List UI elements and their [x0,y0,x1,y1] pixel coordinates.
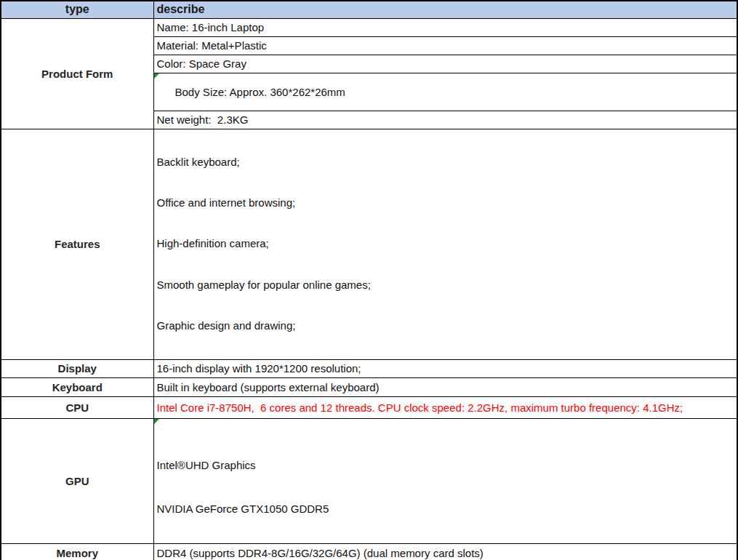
column-header-type: type [1,1,153,18]
row-label-memory: Memory [1,543,153,560]
cell-gpu: Intel®UHD Graphics NVIDIA GeForce GTX105… [153,418,737,543]
column-header-describe: describe [153,1,737,18]
table-row: CPU Intel Core i7-8750H, 6 cores and 12 … [1,396,737,418]
spec-table: type describe Product Form Name: 16-inch… [0,0,738,560]
cell-keyboard: Built in keyboard (supports external key… [153,377,737,396]
cell-product-net-weight: Net weight: 2.3KG [153,111,737,129]
table-row: Memory DDR4 (supports DDR4-8G/16G/32G/64… [1,543,737,560]
gpu-line: Intel®UHD Graphics [157,456,734,475]
header-row: type describe [1,1,737,18]
table-row: Keyboard Built in keyboard (supports ext… [1,377,737,396]
row-label-features: Features [1,129,153,359]
cell-features: Backlit keyboard; Office and internet br… [153,129,737,359]
cell-text: Body Size: Approx. 360*262*26mm [175,86,345,98]
error-indicator-icon [154,419,159,424]
cell-cpu: Intel Core i7-8750H, 6 cores and 12 thre… [153,396,737,418]
table-row: Product Form Name: 16-inch Laptop [1,18,737,36]
cell-product-material: Material: Metal+Plastic [153,36,737,55]
cell-memory: DDR4 (supports DDR4-8G/16G/32G/64G) (dua… [153,543,737,560]
row-label-keyboard: Keyboard [1,377,153,396]
table-row: GPU Intel®UHD Graphics NVIDIA GeForce GT… [1,418,737,543]
cell-product-name: Name: 16-inch Laptop [153,18,737,36]
feature-line: Office and internet browsing; [157,195,734,211]
cell-product-body-size: Body Size: Approx. 360*262*26mm [153,73,737,111]
feature-line: Graphic design and drawing; [157,318,734,334]
row-label-gpu: GPU [1,418,153,543]
cell-display: 16-inch display with 1920*1200 resolutio… [153,359,737,377]
row-label-display: Display [1,359,153,377]
feature-line: Smooth gameplay for popular online games… [157,277,734,293]
feature-line: Backlit keyboard; [157,154,734,170]
table-row: Display 16-inch display with 1920*1200 r… [1,359,737,377]
table-row: Features Backlit keyboard; Office and in… [1,129,737,359]
feature-line: High-definition camera; [157,236,734,252]
cell-product-color: Color: Space Gray [153,55,737,73]
gpu-line: NVIDIA GeForce GTX1050 GDDR5 [157,500,734,519]
row-label-cpu: CPU [1,396,153,418]
row-label-product-form: Product Form [1,18,153,129]
error-indicator-icon [154,73,159,79]
